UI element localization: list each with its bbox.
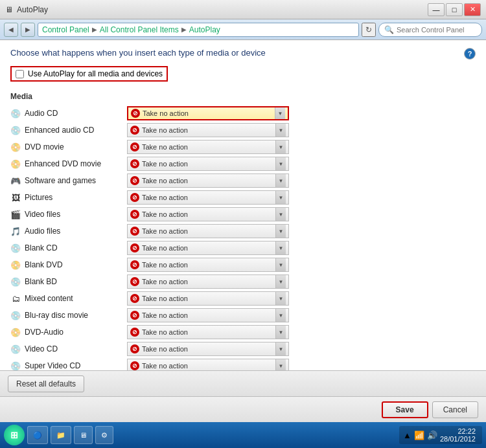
save-button[interactable]: Save <box>382 401 428 418</box>
close-button[interactable]: ✕ <box>464 3 481 16</box>
action-select-dropdown[interactable]: ⊘Take no action▼ <box>127 224 289 238</box>
no-action-icon: ⊘ <box>130 126 139 135</box>
dropdown-arrow-icon[interactable]: ▼ <box>275 140 286 153</box>
media-item-label: Blu-ray disc movie <box>25 311 88 320</box>
table-row: 🎮Software and games⊘Take no action▼ <box>10 172 476 189</box>
dropdown-arrow-icon[interactable]: ▼ <box>275 342 286 355</box>
media-label: 🖼Pictures <box>10 192 127 203</box>
media-label: 🎮Software and games <box>10 175 127 186</box>
taskbar-item-2[interactable]: 📁 <box>51 426 71 444</box>
dropdown-arrow-icon[interactable]: ▼ <box>275 309 286 322</box>
help-button[interactable]: ? <box>464 48 476 60</box>
action-select-dropdown[interactable]: ⊘Take no action▼ <box>127 207 289 221</box>
media-label: 💿Video CD <box>10 344 127 354</box>
media-label: 📀DVD-Audio <box>10 327 127 337</box>
media-item-label: Pictures <box>25 193 52 202</box>
dropdown-arrow-icon[interactable]: ▼ <box>275 359 286 370</box>
action-select-dropdown[interactable]: ⊘Take no action▼ <box>127 157 289 171</box>
taskbar-icon-4: ⚙ <box>101 431 108 440</box>
title-bar: 🖥 AutoPlay — □ ✕ <box>0 0 486 19</box>
media-item-label: Blank DVD <box>25 260 63 269</box>
breadcrumb-control-panel[interactable]: Control Panel <box>42 25 89 34</box>
table-row: 💿Enhanced audio CD⊘Take no action▼ <box>10 122 476 139</box>
back-button[interactable]: ◀ <box>4 23 18 37</box>
search-box: 🔍 <box>378 23 482 37</box>
dropdown-arrow-icon[interactable]: ▼ <box>275 225 286 238</box>
dropdown-arrow-icon[interactable]: ▼ <box>275 241 286 254</box>
start-button[interactable]: ⊞ <box>4 425 25 445</box>
media-item-label: Software and games <box>25 176 96 185</box>
dropdown-arrow-icon[interactable]: ▼ <box>275 174 286 187</box>
media-item-label: Enhanced audio CD <box>25 126 94 135</box>
action-select-dropdown[interactable]: ⊘Take no action▼ <box>127 274 289 289</box>
action-text: Take no action <box>142 362 273 370</box>
no-action-icon: ⊘ <box>130 328 139 337</box>
table-row: 💿Super Video CD⊘Take no action▼ <box>10 357 476 370</box>
dropdown-arrow-icon[interactable]: ▼ <box>275 124 286 137</box>
dropdown-arrow-icon[interactable]: ▼ <box>275 191 286 204</box>
media-label: 📀Enhanced DVD movie <box>10 159 127 169</box>
maximize-button[interactable]: □ <box>446 3 463 16</box>
media-item-label: Enhanced DVD movie <box>25 159 101 168</box>
action-select-dropdown[interactable]: ⊘Take no action▼ <box>127 258 289 272</box>
action-text: Take no action <box>142 126 273 134</box>
no-action-icon: ⊘ <box>130 227 139 236</box>
table-row: 🗂Mixed content⊘Take no action▼ <box>10 290 476 307</box>
action-text: Take no action <box>142 160 273 168</box>
action-select-dropdown[interactable]: ⊘Take no action▼ <box>127 123 289 137</box>
reset-defaults-button[interactable]: Reset all defaults <box>8 375 84 392</box>
taskbar-item-1[interactable]: 🔵 <box>27 426 48 444</box>
table-row: 💿Blank BD⊘Take no action▼ <box>10 273 476 290</box>
dropdown-arrow-icon[interactable]: ▼ <box>275 208 286 221</box>
audio-icon: 🎵 <box>10 226 21 236</box>
media-rows: 💿Audio CD⊘Take no action▼💿Enhanced audio… <box>10 105 476 370</box>
action-text: Take no action <box>142 345 273 353</box>
dropdown-arrow-icon[interactable]: ▼ <box>275 275 286 288</box>
action-select-dropdown[interactable]: ⊘Take no action▼ <box>127 325 289 339</box>
action-select-dropdown[interactable]: ⊘Take no action▼ <box>127 174 289 188</box>
action-text: Take no action <box>142 328 273 336</box>
dropdown-arrow-icon[interactable]: ▼ <box>275 157 286 170</box>
taskbar: ⊞ 🔵 📁 🖥 ⚙ ▲ 📶 🔊 22:22 28/01/2012 <box>0 422 486 448</box>
action-select-dropdown[interactable]: ⊘Take no action▼ <box>127 342 289 356</box>
action-select-dropdown[interactable]: ⊘Take no action▼ <box>127 140 289 154</box>
title-bar-left: 🖥 AutoPlay <box>5 5 48 14</box>
taskbar-item-3[interactable]: 🖥 <box>74 426 93 444</box>
dvd-icon: 📀 <box>10 159 21 169</box>
minimize-button[interactable]: — <box>428 3 445 16</box>
refresh-button[interactable]: ↻ <box>362 23 376 37</box>
taskbar-icon-2: 📁 <box>56 431 65 440</box>
search-icon: 🔍 <box>384 25 394 34</box>
dropdown-arrow-icon[interactable]: ▼ <box>275 107 285 119</box>
action-select-dropdown[interactable]: ⊘Take no action▼ <box>127 241 289 255</box>
tray-volume-icon: 🔊 <box>427 431 437 440</box>
action-text: Take no action <box>142 177 273 185</box>
dropdown-arrow-icon[interactable]: ▼ <box>275 258 286 271</box>
search-input[interactable] <box>397 26 474 34</box>
taskbar-item-4[interactable]: ⚙ <box>95 426 113 444</box>
cancel-button[interactable]: Cancel <box>432 401 478 418</box>
dropdown-arrow-icon[interactable]: ▼ <box>275 292 286 305</box>
table-row: 💿Blank CD⊘Take no action▼ <box>10 240 476 256</box>
forward-button[interactable]: ▶ <box>21 23 35 37</box>
autoplay-checkbox[interactable] <box>16 70 24 78</box>
media-item-label: DVD movie <box>25 142 64 151</box>
breadcrumb-autoplay[interactable]: AutoPlay <box>189 25 220 34</box>
app-icon: 🖥 <box>5 5 13 14</box>
media-item-label: Video files <box>25 210 60 219</box>
no-action-icon: ⊘ <box>130 176 139 185</box>
table-row: 🖼Pictures⊘Take no action▼ <box>10 189 476 206</box>
action-select-dropdown[interactable]: ⊘Take no action▼ <box>127 308 289 322</box>
breadcrumb-all-items[interactable]: All Control Panel Items <box>100 25 179 34</box>
action-text: Take no action <box>142 210 273 218</box>
action-select-dropdown[interactable]: ⊘Take no action▼ <box>127 291 289 306</box>
action-select-dropdown[interactable]: ⊘Take no action▼ <box>127 190 289 205</box>
action-select-dropdown[interactable]: ⊘Take no action▼ <box>127 106 289 120</box>
dropdown-arrow-icon[interactable]: ▼ <box>275 326 286 339</box>
action-select-dropdown[interactable]: ⊘Take no action▼ <box>127 359 289 370</box>
table-row: 💿Audio CD⊘Take no action▼ <box>10 105 476 122</box>
media-label: 📀DVD movie <box>10 142 127 152</box>
video-icon: 🎬 <box>10 209 21 219</box>
dvd-icon: 📀 <box>10 327 21 337</box>
dvd-icon: 📀 <box>10 142 21 152</box>
